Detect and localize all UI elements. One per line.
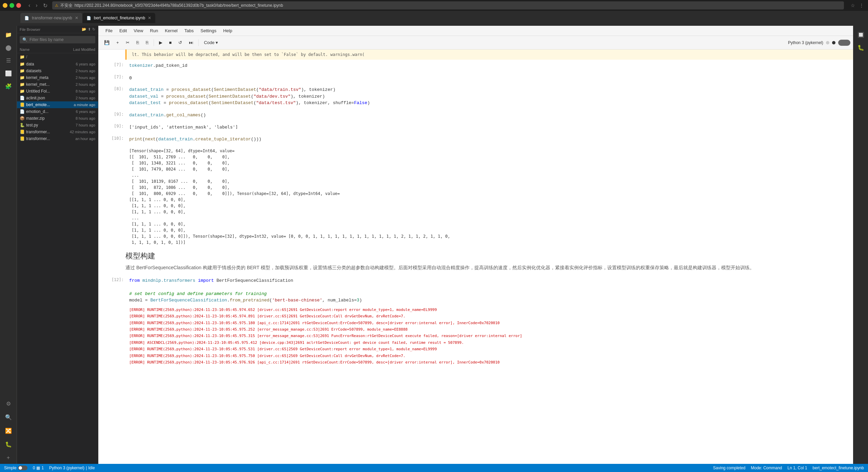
status-mode: Simple: [4, 466, 27, 470]
file-item-11[interactable]: 📒 transformer... an hour ago: [17, 135, 98, 142]
menu-settings[interactable]: Settings: [197, 26, 219, 36]
cell-type-selector[interactable]: Code ▾: [201, 38, 228, 47]
sidebar-item-settings[interactable]: ⚙: [2, 397, 15, 410]
upload-icon[interactable]: ⬆: [88, 27, 91, 32]
file-modified-0: 6 years ago: [61, 62, 95, 66]
status-right: Saving completed Mode: Command Ln 1, Col…: [713, 466, 864, 470]
restart-run-all-button[interactable]: ⏭: [186, 38, 196, 47]
cell-12-content[interactable]: from mindnlp.transformers import BertFor…: [126, 276, 853, 305]
cell-7-content[interactable]: tokenizer.pad_token_id: [126, 61, 853, 71]
sidebar-item-running[interactable]: ⬤: [2, 41, 15, 54]
menu-run[interactable]: Run: [147, 26, 161, 36]
cell-7-input[interactable]: [7]: tokenizer.pad_token_id: [98, 60, 853, 72]
close-button[interactable]: [16, 3, 21, 8]
file-icon-9: 🐍: [20, 123, 25, 127]
file-modified-2: 2 hours ago: [61, 76, 95, 80]
cell-10-input[interactable]: [10]: print(next(dataset_train.create_tu…: [98, 133, 853, 145]
cell-10-content[interactable]: print(next(dataset_train.create_tuple_it…: [126, 135, 853, 144]
sidebar-item-git[interactable]: 🔀: [2, 425, 15, 437]
tab-bert[interactable]: 📄 bert_emotect_finetune.ipynb ✕: [82, 13, 155, 23]
kernel-toggle[interactable]: [838, 40, 850, 46]
file-item-9[interactable]: 🐍 test.py 7 hours ago: [17, 122, 98, 129]
status-bar: Simple 0 ▦ 1 Python 3 (pykernel) | Idle …: [0, 464, 868, 472]
refresh-icon[interactable]: ↻: [92, 27, 95, 32]
address-bar[interactable]: ⚠ 不安全 https://202.201.244.80/notebook_k5…: [52, 1, 844, 9]
minimize-button[interactable]: [3, 3, 7, 8]
file-name-9: test.py: [26, 123, 60, 127]
file-item-2[interactable]: 📁 kernel_meta 2 hours ago: [17, 74, 98, 81]
cell-10-prompt: [10]:: [99, 135, 126, 142]
new-folder-icon[interactable]: 📂: [82, 27, 86, 32]
notebook-area: File Edit View Run Kernel Tabs Settings …: [98, 26, 853, 464]
file-modified-4: 8 hours ago: [61, 89, 95, 93]
file-name-0: data: [26, 62, 60, 66]
file-icon-3: 📁: [20, 82, 25, 87]
name-column-header[interactable]: Name: [20, 47, 61, 52]
tab-icon-2: 📄: [86, 16, 91, 20]
sidebar-item-search[interactable]: 🔍: [2, 411, 15, 423]
copy-cell-button[interactable]: ⎘: [133, 38, 142, 47]
file-modified-3: 2 hours ago: [61, 82, 95, 86]
menu-kernel[interactable]: Kernel: [162, 26, 181, 36]
interrupt-button[interactable]: ■: [166, 38, 175, 47]
file-item-4[interactable]: 📁 Untitled Fol... 8 hours ago: [17, 88, 98, 95]
tab-transformer[interactable]: 📄 transformer-new.ipynb ✕: [20, 13, 82, 23]
add-cell-button[interactable]: +: [113, 38, 122, 47]
forward-button[interactable]: ›: [34, 2, 39, 9]
back-button[interactable]: ‹: [26, 2, 32, 9]
cut-cell-button[interactable]: ✂: [123, 38, 133, 47]
status-cell-count: 0 ▦ 1: [33, 466, 44, 470]
file-item-3[interactable]: 📁 kernel_met... 2 hours ago: [17, 81, 98, 88]
file-item-5[interactable]: 📄 aclinit.json 2 hours ago: [17, 95, 98, 101]
file-modified-1: 2 hours ago: [61, 69, 95, 73]
file-search-box: 🔍: [20, 36, 95, 43]
sidebar-item-add[interactable]: +: [2, 452, 15, 464]
file-item-10[interactable]: 📒 transformer... 42 minutes ago: [17, 129, 98, 135]
menu-help[interactable]: Help: [220, 26, 235, 36]
browser-titlebar: ‹ › ↻ ⚠ 不安全 https://202.201.244.80/noteb…: [0, 0, 868, 11]
sidebar-item-files[interactable]: 📁: [2, 28, 15, 41]
file-icon-0: 📁: [20, 62, 25, 66]
menu-file[interactable]: File: [102, 26, 116, 36]
menu-view[interactable]: View: [131, 26, 146, 36]
mode-toggle[interactable]: [18, 466, 27, 470]
file-name-10: transformer...: [26, 130, 60, 134]
idle-status: Idle: [88, 466, 95, 470]
right-icon-property[interactable]: 🔲: [855, 28, 867, 41]
cell-12-input[interactable]: [12]: from mindnlp.transformers import B…: [98, 275, 853, 369]
file-item-7[interactable]: 📄 emotion_d... 6 years ago: [17, 108, 98, 115]
reload-button[interactable]: ↻: [41, 2, 50, 9]
cell-9-input[interactable]: [9]: dataset_train.get_col_names(): [98, 109, 853, 121]
file-item-1[interactable]: 📁 datasets 2 hours ago: [17, 67, 98, 74]
file-item-8[interactable]: 📦 master.zip 8 hours ago: [17, 115, 98, 122]
file-item-0[interactable]: 📁 data 6 years ago: [17, 61, 98, 67]
tab-close-1[interactable]: ✕: [75, 16, 78, 20]
paste-cell-button[interactable]: ⎘: [143, 38, 152, 47]
right-icon-sidebar: 🔲 🐛: [853, 26, 868, 464]
sidebar-item-tabs[interactable]: ⬜: [2, 67, 15, 79]
right-icon-debug[interactable]: 🐛: [855, 41, 867, 54]
sidebar-item-commands[interactable]: ☰: [2, 54, 15, 66]
run-cell-button[interactable]: ▶: [156, 38, 165, 47]
file-item-6[interactable]: 📒 bert_emote... a minute ago: [17, 101, 98, 108]
notebook-toolbar: 💾 + ✂ ⎘ ⎘ ▶ ■ ↺ ⏭ Code ▾ Python 3 (pyker…: [98, 36, 853, 50]
cell-8-input[interactable]: [8]: dataset_train = process_dataset(Sen…: [98, 84, 853, 109]
restart-button[interactable]: ↺: [175, 38, 185, 47]
menu-tabs[interactable]: Tabs: [181, 26, 197, 36]
sidebar-item-extensions[interactable]: 🧩: [2, 80, 15, 92]
sidebar-item-debug[interactable]: 🐛: [2, 438, 15, 450]
menu-edit[interactable]: Edit: [116, 26, 130, 36]
bookmark-button[interactable]: ☆: [849, 2, 856, 9]
file-icon-7: 📄: [20, 109, 25, 114]
left-icon-sidebar: 📁 ⬤ ☰ ⬜ 🧩 ⚙ 🔍 🔀 🐛 +: [0, 26, 17, 464]
cell-8-content[interactable]: dataset_train = process_dataset(Sentimen…: [126, 85, 853, 108]
modified-column-header[interactable]: Last Modified: [61, 47, 95, 52]
tab-close-2[interactable]: ✕: [148, 16, 151, 20]
file-icon-2: 📁: [20, 75, 25, 80]
maximize-button[interactable]: [9, 3, 14, 8]
menu-button[interactable]: ⋮: [858, 2, 865, 9]
file-search-input[interactable]: [29, 37, 93, 42]
cell-9-content[interactable]: dataset_train.get_col_names(): [126, 111, 853, 120]
file-list-header: Name Last Modified: [17, 46, 98, 53]
save-button[interactable]: 💾: [101, 38, 113, 47]
